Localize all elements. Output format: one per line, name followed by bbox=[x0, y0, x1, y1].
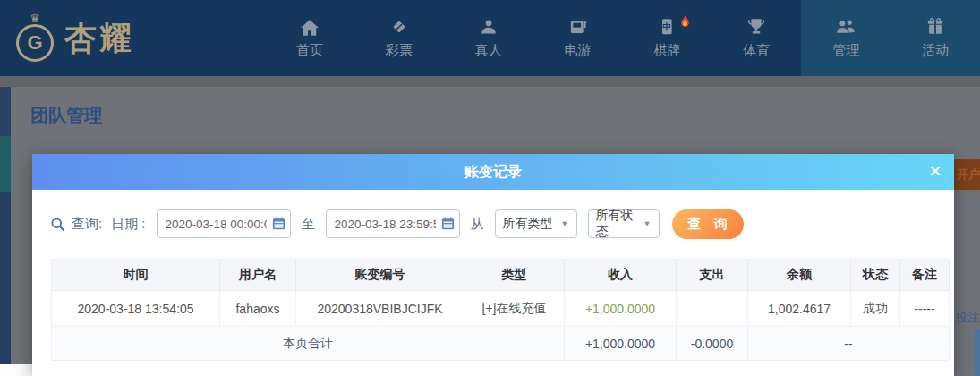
background-open-account-button: 开户 bbox=[954, 159, 980, 190]
nav-item-label: 管理 bbox=[832, 42, 859, 59]
team-icon bbox=[836, 18, 856, 36]
search-icon bbox=[50, 217, 65, 232]
col-header-balance: 余额 bbox=[748, 260, 851, 291]
status-select[interactable]: 所有状态 ▼ bbox=[588, 209, 660, 238]
cell-expense bbox=[677, 291, 748, 327]
date-to-wrapper bbox=[326, 209, 460, 238]
nav-item-egames[interactable]: 电游 bbox=[533, 0, 623, 76]
nav-item-label: 真人 bbox=[475, 42, 502, 59]
home-icon bbox=[301, 18, 319, 36]
query-button[interactable]: 查 询 bbox=[672, 209, 744, 239]
nav-item-lottery[interactable]: 彩票 bbox=[354, 0, 444, 76]
status-select-value: 所有状态 bbox=[596, 208, 643, 240]
background-scrollbar-thumb bbox=[975, 329, 980, 376]
type-select[interactable]: 所有类型 ▼ bbox=[495, 209, 577, 238]
date-label: 日期 : bbox=[111, 216, 145, 233]
date-from-wrapper bbox=[157, 209, 291, 238]
chevron-down-icon: ▼ bbox=[643, 219, 652, 228]
cell-balance: 1,002.4617 bbox=[748, 291, 851, 327]
col-header-remark: 备注 bbox=[900, 260, 950, 291]
date-from-input[interactable] bbox=[157, 209, 291, 238]
close-icon[interactable]: × bbox=[929, 154, 942, 188]
modal-title: 账变记录 bbox=[32, 154, 954, 190]
nav-item-live[interactable]: 真人 bbox=[444, 0, 533, 76]
nav-item-sports[interactable]: 体育 bbox=[712, 0, 801, 76]
cell-income: +1,000.0000 bbox=[565, 291, 677, 327]
slot-machine-icon bbox=[569, 18, 587, 36]
background-page-bottom bbox=[0, 364, 32, 376]
gift-icon bbox=[926, 18, 944, 36]
crown-icon: ♛ bbox=[30, 12, 40, 25]
nav-item-label: 电游 bbox=[565, 42, 592, 59]
filter-bar: 查询: 日期 : 至 从 所有类型 ▼ 所有状态 ▼ 查 询 bbox=[32, 209, 954, 239]
nav-item-management[interactable]: 管理 bbox=[801, 0, 891, 76]
page-title: 团队管理 bbox=[30, 104, 102, 128]
summary-label: 本页合计 bbox=[52, 327, 565, 361]
table-row: 2020-03-18 13:54:05 fahaoxs 20200318VBIB… bbox=[52, 291, 950, 327]
col-header-income: 收入 bbox=[565, 260, 677, 291]
nav-menu: 首页 彩票 真人 电游 中 棋牌 bbox=[265, 0, 980, 76]
cell-remark: ----- bbox=[900, 291, 950, 327]
cell-username: fahaoxs bbox=[220, 291, 296, 327]
cell-change-no: 20200318VBIBJCIJFK bbox=[296, 291, 464, 327]
account-change-table: 时间 用户名 账变编号 类型 收入 支出 余额 状态 备注 2020-03-18… bbox=[51, 259, 950, 361]
table-header-row: 时间 用户名 账变编号 类型 收入 支出 余额 状态 备注 bbox=[52, 260, 950, 291]
col-header-status: 状态 bbox=[851, 260, 900, 291]
to-label: 至 bbox=[302, 216, 315, 233]
cell-time: 2020-03-18 13:54:05 bbox=[52, 291, 220, 327]
cell-type: [+]在线充值 bbox=[464, 291, 565, 327]
account-change-modal: 账变记录 × 查询: 日期 : 至 从 所有类型 ▼ 所有状态 bbox=[32, 154, 954, 376]
background-sidebar-active-sliver bbox=[0, 136, 11, 192]
background-sidebar-sliver bbox=[0, 87, 11, 136]
nav-item-label: 棋牌 bbox=[653, 42, 680, 59]
cell-status: 成功 bbox=[851, 291, 900, 327]
search-label: 查询: bbox=[72, 216, 102, 233]
background-bet-link: 投注 bbox=[956, 310, 980, 326]
nav-item-promotions[interactable]: 活动 bbox=[891, 0, 980, 76]
nav-item-label: 彩票 bbox=[386, 42, 413, 59]
nav-item-label: 活动 bbox=[922, 42, 949, 59]
table-summary-row: 本页合计 +1,000.0000 -0.0000 -- bbox=[52, 327, 950, 361]
col-header-change-no: 账变编号 bbox=[296, 260, 464, 291]
col-header-time: 时间 bbox=[52, 260, 220, 291]
from-label: 从 bbox=[471, 216, 484, 233]
col-header-expense: 支出 bbox=[677, 260, 748, 291]
live-person-icon bbox=[480, 18, 498, 36]
chevron-down-icon: ▼ bbox=[561, 219, 569, 228]
trophy-icon bbox=[747, 18, 765, 36]
svg-text:中: 中 bbox=[663, 21, 671, 30]
nav-item-label: 首页 bbox=[296, 42, 323, 59]
nav-item-home[interactable]: 首页 bbox=[265, 0, 354, 76]
date-to-input[interactable] bbox=[326, 209, 460, 238]
summary-expense: -0.0000 bbox=[677, 327, 748, 361]
top-nav: ♛ G 杏耀 首页 彩票 真人 电游 bbox=[0, 0, 980, 76]
col-header-type: 类型 bbox=[464, 260, 565, 291]
logo-emblem: ♛ G bbox=[14, 15, 55, 62]
brand-name: 杏耀 bbox=[64, 17, 134, 61]
subnav-strip bbox=[0, 76, 980, 87]
summary-balance: -- bbox=[748, 327, 950, 361]
modal-header: 账变记录 × bbox=[32, 154, 954, 190]
type-select-value: 所有类型 bbox=[503, 216, 553, 232]
mahjong-tile-icon: 中 bbox=[658, 18, 676, 36]
logo-badge: G bbox=[16, 24, 54, 62]
site-logo[interactable]: ♛ G 杏耀 bbox=[14, 13, 134, 64]
lottery-icon bbox=[390, 18, 408, 36]
nav-item-label: 体育 bbox=[743, 42, 770, 59]
nav-item-boardgames[interactable]: 中 棋牌 bbox=[623, 0, 712, 76]
hot-flame-icon bbox=[679, 15, 691, 32]
summary-income: +1,000.0000 bbox=[565, 327, 677, 361]
background-sidebar-sliver-bottom bbox=[0, 192, 11, 364]
col-header-username: 用户名 bbox=[220, 260, 296, 291]
